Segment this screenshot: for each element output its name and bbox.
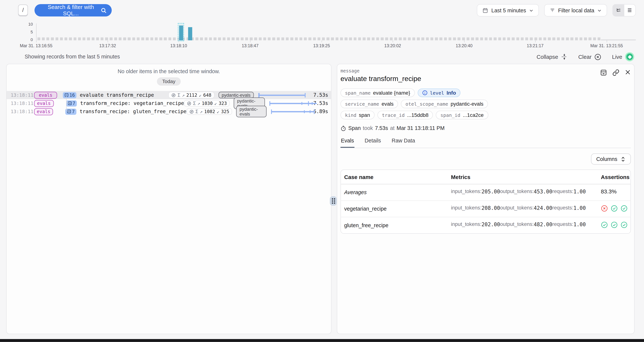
live-toggle[interactable]: Live [612, 52, 634, 61]
attribute-pill-service-name: service_name evals [340, 99, 398, 108]
output-tokens: 648 [203, 92, 212, 98]
assertion-pass-icon[interactable] [611, 205, 618, 212]
top-bar: / Search & filter with SQL... Last 5 min… [0, 0, 644, 21]
case-name: gluten_free_recipe [344, 222, 388, 228]
detail-tabs: Evals Details Raw Data [340, 137, 631, 148]
timing-took-word: took [363, 125, 373, 131]
copy-link-icon[interactable] [612, 69, 619, 76]
time-range-button[interactable]: Last 5 minutes [477, 4, 539, 17]
input-tokens: 2112 [186, 92, 197, 98]
x-tick-mark [179, 40, 179, 42]
info-icon [422, 90, 428, 96]
histogram-bar[interactable] [188, 27, 192, 40]
service-tag[interactable]: evals [34, 100, 54, 107]
x-tick-label: 13:20:40 [442, 43, 486, 48]
token-coin-icon [172, 93, 176, 97]
live-indicator-icon [625, 52, 634, 61]
attribute-pill-span-name: span_name evaluate {name} [340, 88, 414, 97]
assertions-percentage: 83.3% [601, 188, 616, 195]
span-message: transform_recipe: vegetarian_recipe [80, 100, 184, 106]
attribute-value: span [359, 112, 370, 118]
trace-row-evaluate-transform-recipe[interactable]: 13:18:11 evals 16 evaluate transform_rec… [6, 91, 331, 99]
assertion-fail-icon[interactable] [601, 205, 608, 212]
chevron-down-icon [529, 8, 534, 13]
assertion-pass-icon[interactable] [611, 221, 618, 228]
assertion-pass-icon[interactable] [620, 221, 628, 228]
y-axis-line [36, 24, 36, 40]
duration-gantt-bar [269, 101, 310, 106]
assertions-icons [601, 205, 630, 212]
status-row: Showing records from the last 5 minutes … [0, 50, 644, 64]
arrow-down-left-icon: ↙ [214, 101, 217, 106]
x-tick-mark [535, 40, 536, 42]
x-tick-mark [392, 40, 393, 42]
x-tick-mark [464, 40, 464, 42]
service-tag[interactable]: evals [34, 108, 53, 115]
level-info-pill[interactable]: level Info [418, 88, 460, 97]
search-button-label: Search & filter with SQL... [41, 4, 100, 17]
evals-table-header: Case name Metrics Assertions [341, 170, 630, 184]
list-view-toggle[interactable] [624, 5, 636, 16]
attribute-pill-span-id: span_id ...1ca2ce [436, 111, 488, 119]
otel-scope-chip[interactable]: pydantic-evals [236, 106, 266, 117]
assertion-pass-icon[interactable] [601, 221, 608, 228]
tab-evals[interactable]: Evals [340, 137, 354, 148]
columns-button[interactable]: Columns [591, 153, 631, 165]
x-tick-mark [108, 40, 108, 42]
attribute-value: evaluate {name} [373, 90, 410, 96]
trace-row-vegetarian-recipe[interactable]: 13:18:11 evals 7 transform_recipe: veget… [6, 99, 331, 107]
sigma-icon: Σ [196, 109, 198, 114]
trace-row-gluten-free-recipe[interactable]: 13:18:11 evals 7 transform_recipe: glute… [6, 107, 331, 116]
x-tick-mark [322, 40, 322, 42]
tree-view-toggle[interactable] [613, 5, 624, 16]
clear-button[interactable]: Clear [578, 53, 601, 60]
search-button[interactable]: Search & filter with SQL... [34, 4, 112, 17]
collapse-label: Collapse [536, 54, 558, 60]
token-usage-chip: Σ ↗1030 ↙323 [184, 100, 230, 107]
close-icon[interactable] [624, 69, 631, 76]
x-tick-mark [250, 40, 250, 42]
timing-timestamp: Mar 31 13:18:11 PM [396, 125, 444, 131]
records-histogram[interactable]: 10 5 0 Mar 31. 13:16:55 13:17:32 13:18:1… [0, 21, 644, 50]
attribute-key: otel_scope_name [406, 101, 448, 107]
tab-raw-data[interactable]: Raw Data [391, 137, 415, 148]
attribute-value: ...1ca2ce [463, 112, 484, 118]
duration-value: 7.53s [307, 92, 328, 98]
list-view-icon [627, 8, 633, 13]
span-title: evaluate transform_recipe [340, 75, 631, 83]
chevron-down-icon [597, 8, 602, 13]
header-assertions: Assertions [601, 174, 630, 180]
attribute-value: ...15ddb8 [407, 112, 428, 118]
service-tag[interactable]: evals [34, 91, 57, 98]
showing-records-text: Showing records from the last 5 minutes [24, 54, 120, 60]
attribute-pill-kind: kind span [340, 111, 374, 119]
span-detail-panel: message evaluate transform_recipe span_n… [337, 64, 634, 334]
open-in-panel-icon[interactable] [600, 69, 607, 76]
collapse-icon [561, 54, 568, 60]
logfire-live-view: / Search & filter with SQL... Last 5 min… [0, 0, 644, 342]
attribute-key: trace_id [382, 112, 404, 118]
slash-key-label: / [22, 7, 24, 13]
evals-row-gluten-free-recipe[interactable]: gluten_free_recipe input_tokens:202.00 o… [341, 217, 630, 233]
output-tokens: 323 [219, 101, 227, 106]
assertion-pass-icon[interactable] [620, 205, 628, 212]
arrow-up-right-icon: ↗ [200, 109, 202, 114]
panel-resize-handle[interactable] [330, 196, 337, 206]
attribute-key: kind [345, 112, 356, 118]
output-tokens: 325 [221, 109, 229, 114]
y-tick: 5 [16, 30, 33, 34]
evals-row-vegetarian-recipe[interactable]: vegetarian_recipe input_tokens:208.00 ou… [341, 200, 630, 217]
x-tick-label: 13:19:25 [299, 43, 344, 48]
calendar-icon [482, 7, 488, 14]
today-pill[interactable]: Today [157, 77, 181, 86]
tab-details[interactable]: Details [364, 137, 382, 148]
trace-list-panel: No older items in the selected time wind… [6, 64, 332, 334]
histogram-bar[interactable] [179, 26, 183, 40]
filter-local-data-button[interactable]: Filter local data [544, 4, 607, 17]
attribute-key: service_name [345, 101, 379, 107]
evals-row-averages[interactable]: Averages input_tokens:205.00 output_toke… [341, 184, 630, 200]
arrow-down-left-icon: ↙ [199, 92, 202, 98]
columns-button-label: Columns [596, 156, 617, 162]
x-tick-label: 13:20:02 [370, 43, 415, 48]
collapse-button[interactable]: Collapse [536, 54, 568, 60]
